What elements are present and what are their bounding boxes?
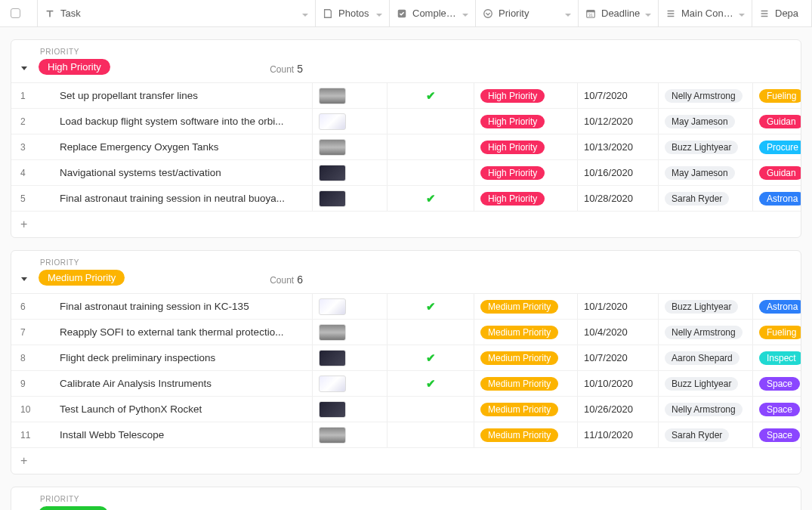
contact-cell[interactable]: Buzz Lightyear <box>659 300 752 314</box>
table-row[interactable]: 9 Calibrate Air Analysis Instruments ✔ M… <box>11 371 801 397</box>
deadline-cell[interactable]: 10/16/2020 <box>578 167 658 178</box>
add-row-button[interactable]: + <box>11 448 801 474</box>
collapse-toggle[interactable] <box>20 274 28 282</box>
column-header-complete[interactable]: Complete? <box>390 0 476 26</box>
column-header-deadline[interactable]: 31 Deadline <box>579 0 659 26</box>
department-cell[interactable]: Fueling <box>753 326 801 339</box>
photo-cell[interactable] <box>313 139 387 156</box>
task-cell[interactable]: Navigational systems test/activation <box>54 160 312 186</box>
department-cell[interactable]: Astrona <box>753 300 801 314</box>
task-cell[interactable]: Test Launch of PythonX Rocket <box>54 397 312 422</box>
photo-thumbnail[interactable] <box>319 376 346 392</box>
task-cell[interactable]: Install Webb Telescope <box>54 422 312 448</box>
column-header-department[interactable]: Depa <box>752 0 812 26</box>
department-cell[interactable]: Space <box>753 377 801 391</box>
table-row[interactable]: 11 Install Webb Telescope Medium Priorit… <box>11 422 801 448</box>
deadline-cell[interactable]: 10/4/2020 <box>578 326 658 338</box>
priority-cell[interactable]: Medium Priority <box>474 403 577 416</box>
photo-cell[interactable] <box>313 350 387 366</box>
complete-cell[interactable]: ✔ <box>387 300 474 314</box>
department-cell[interactable]: Space <box>753 428 801 442</box>
photo-cell[interactable] <box>313 427 387 444</box>
task-cell[interactable]: Set up propellant transfer lines <box>54 83 312 109</box>
table-row[interactable]: 4 Navigational systems test/activation H… <box>11 160 801 186</box>
table-row[interactable]: 8 Flight deck preliminary inspections ✔ … <box>11 345 801 371</box>
complete-cell[interactable]: ✔ <box>387 89 474 103</box>
photo-cell[interactable] <box>313 298 387 315</box>
collapse-toggle[interactable] <box>20 63 28 71</box>
select-all-checkbox[interactable] <box>11 8 20 18</box>
photo-thumbnail[interactable] <box>319 298 346 315</box>
column-header-priority[interactable]: Priority <box>476 0 579 26</box>
table-row[interactable]: 7 Reapply SOFI to external tank thermal … <box>11 320 801 345</box>
table-row[interactable]: 3 Replace Emergency Oxygen Tanks High Pr… <box>11 134 801 160</box>
column-header-photos[interactable]: Photos <box>316 0 390 26</box>
priority-cell[interactable]: High Priority <box>474 115 577 128</box>
photo-thumbnail[interactable] <box>319 113 346 130</box>
priority-cell[interactable]: Medium Priority <box>474 377 577 391</box>
priority-cell[interactable]: High Priority <box>474 166 577 180</box>
priority-cell[interactable]: Medium Priority <box>474 351 577 365</box>
department-cell[interactable]: Procure <box>753 141 801 154</box>
contact-cell[interactable]: Buzz Lightyear <box>659 141 752 154</box>
priority-cell[interactable]: High Priority <box>474 141 577 154</box>
deadline-cell[interactable]: 10/7/2020 <box>578 352 658 363</box>
contact-cell[interactable]: Buzz Lightyear <box>659 377 752 391</box>
contact-cell[interactable]: Nelly Armstrong <box>659 89 752 103</box>
chevron-down-icon[interactable] <box>644 10 652 17</box>
photo-thumbnail[interactable] <box>319 165 346 181</box>
table-row[interactable]: 1 Set up propellant transfer lines ✔ Hig… <box>11 83 801 109</box>
department-cell[interactable]: Astrona <box>753 192 801 206</box>
table-row[interactable]: 2 Load backup flight system software int… <box>11 109 801 134</box>
photo-thumbnail[interactable] <box>319 88 346 104</box>
chevron-down-icon[interactable] <box>738 10 746 17</box>
photo-cell[interactable] <box>313 376 387 392</box>
contact-cell[interactable]: Aaron Shepard <box>659 351 752 365</box>
contact-cell[interactable]: Sarah Ryder <box>659 192 752 206</box>
table-row[interactable]: 10 Test Launch of PythonX Rocket Medium … <box>11 397 801 422</box>
chevron-down-icon[interactable] <box>375 10 383 17</box>
department-cell[interactable]: Guidan <box>753 166 801 180</box>
task-cell[interactable]: Flight deck preliminary inspections <box>54 345 312 371</box>
photo-thumbnail[interactable] <box>319 350 346 366</box>
deadline-cell[interactable]: 10/13/2020 <box>578 141 658 153</box>
department-cell[interactable]: Fueling <box>753 89 801 103</box>
add-row-button[interactable]: + <box>11 212 801 237</box>
table-row[interactable]: 5 Final astronaut training session in ne… <box>11 186 801 212</box>
contact-cell[interactable]: May Jameson <box>659 115 752 128</box>
photo-cell[interactable] <box>313 190 387 207</box>
deadline-cell[interactable]: 10/26/2020 <box>578 403 658 415</box>
photo-cell[interactable] <box>313 324 387 341</box>
photo-thumbnail[interactable] <box>319 190 346 207</box>
deadline-cell[interactable]: 10/10/2020 <box>578 378 658 389</box>
complete-cell[interactable]: ✔ <box>387 192 474 206</box>
priority-cell[interactable]: High Priority <box>474 192 577 206</box>
task-cell[interactable]: Final astronaut training session in KC-1… <box>54 294 312 320</box>
task-cell[interactable]: Reapply SOFI to external tank thermal pr… <box>54 320 312 345</box>
contact-cell[interactable]: Sarah Ryder <box>659 428 752 442</box>
deadline-cell[interactable]: 10/28/2020 <box>578 193 658 204</box>
priority-cell[interactable]: Medium Priority <box>474 300 577 314</box>
column-header-contact[interactable]: Main Contact <box>659 0 752 26</box>
table-row[interactable]: 6 Final astronaut training session in KC… <box>11 294 801 320</box>
task-cell[interactable]: Calibrate Air Analysis Instruments <box>54 371 312 397</box>
photo-thumbnail[interactable] <box>319 427 346 444</box>
deadline-cell[interactable]: 10/12/2020 <box>578 116 658 127</box>
department-cell[interactable]: Space <box>753 403 801 416</box>
department-cell[interactable]: Inspect <box>753 351 801 365</box>
chevron-down-icon[interactable] <box>462 10 469 17</box>
photo-thumbnail[interactable] <box>319 324 346 341</box>
task-cell[interactable]: Load backup flight system software into … <box>54 109 312 134</box>
photo-cell[interactable] <box>313 88 387 104</box>
department-cell[interactable]: Guidan <box>753 115 801 128</box>
photo-cell[interactable] <box>313 401 387 418</box>
deadline-cell[interactable]: 10/7/2020 <box>578 90 658 101</box>
complete-cell[interactable]: ✔ <box>387 351 474 365</box>
task-cell[interactable]: Final astronaut training session in neut… <box>54 186 312 212</box>
contact-cell[interactable]: May Jameson <box>659 166 752 180</box>
contact-cell[interactable]: Nelly Armstrong <box>659 326 752 339</box>
select-all-cell[interactable] <box>0 0 38 26</box>
chevron-down-icon[interactable] <box>564 10 572 17</box>
chevron-down-icon[interactable] <box>301 10 309 17</box>
column-header-task[interactable]: Task <box>38 0 316 26</box>
